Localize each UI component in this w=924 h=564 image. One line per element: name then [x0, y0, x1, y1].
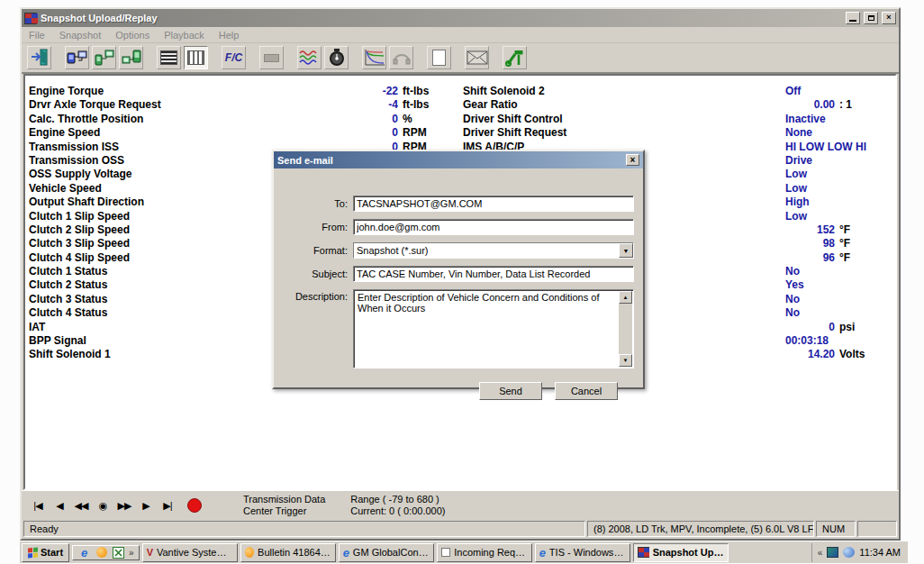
parameter-value-2: 98 — [785, 237, 835, 250]
taskbar-button-bulletin[interactable]: Bulletin 41864 in ... — [240, 543, 336, 562]
parameter-unit-2: °F — [839, 223, 895, 237]
playback-button[interactable]: ◉ — [92, 496, 113, 514]
taskbar-button-vantive[interactable]: V Vantive System -... — [142, 543, 238, 562]
fahrenheit-celsius-icon[interactable]: F/C — [222, 46, 246, 69]
trigger-info-line2: Center Trigger — [243, 505, 325, 517]
subject-input[interactable] — [353, 266, 634, 282]
send-button[interactable]: Send — [479, 382, 542, 400]
parameter-value: -22 — [328, 85, 398, 98]
minimize-button[interactable] — [846, 12, 860, 24]
record-indicator-icon[interactable] — [187, 498, 202, 513]
current-frame-line: Current: 0 ( 0:00.000) — [350, 505, 445, 517]
data-row[interactable]: Drvr Axle Torque Request -4 ft-lbs Gear … — [29, 98, 895, 112]
parameter-unit-2: °F — [839, 251, 895, 265]
from-input[interactable] — [353, 219, 634, 235]
menu-help[interactable]: Help — [219, 30, 240, 41]
format-label: Format: — [277, 245, 353, 256]
to-input[interactable] — [353, 196, 634, 212]
menu-file[interactable]: File — [29, 30, 45, 41]
system-tray: « 11:34 AM — [811, 543, 906, 562]
format-dropdown[interactable]: Snapshot (*.sur) ▼ — [353, 242, 634, 259]
parameter-unit-2 — [839, 293, 895, 306]
dialog-title: Send e-mail — [277, 155, 626, 166]
parameter-value-2: No — [785, 293, 835, 306]
playback-button[interactable]: |◀ — [27, 496, 49, 514]
parameter-label-2: Shift Solenoid 2 — [463, 85, 785, 98]
parameter-value-2: 14.20 — [785, 348, 835, 361]
parameter-value-2: 0 — [785, 321, 835, 334]
close-button[interactable]: × — [882, 12, 896, 24]
restore-button[interactable] — [864, 12, 878, 24]
taskbar-button-incoming-requests[interactable]: Incoming Reques... — [437, 543, 532, 562]
playback-button[interactable]: ◀ — [49, 496, 70, 514]
parameter-unit-2 — [839, 126, 895, 140]
parameter-label-2: Driver Shift Control — [463, 113, 785, 126]
data-list-icon[interactable] — [157, 46, 181, 69]
parameter-value-2: HI LOW LOW HI — [785, 141, 835, 154]
description-textarea[interactable]: Enter Description of Vehicle Concern and… — [355, 291, 620, 367]
format-selected-value: Snapshot (*.sur) — [354, 243, 619, 258]
parameter-value-2: 00:03:18 — [785, 334, 835, 348]
parameter-unit-2 — [839, 196, 895, 209]
tray-chevron[interactable]: « — [818, 548, 823, 558]
exit-icon[interactable] — [27, 46, 51, 69]
parameter-value-2: 152 — [785, 223, 835, 237]
tray-network-icon[interactable] — [827, 547, 838, 558]
parameter-unit-2 — [839, 85, 895, 98]
subject-label: Subject: — [277, 268, 353, 279]
taskbar-button-gm-globalconnect[interactable]: e GM GlobalConnec... — [339, 543, 434, 562]
data-row[interactable]: Engine Torque -22 ft-lbs Shift Solenoid … — [29, 85, 895, 98]
parameter-unit-2 — [839, 334, 895, 348]
menu-playback[interactable]: Playback — [164, 30, 204, 41]
cancel-button[interactable]: Cancel — [555, 382, 618, 400]
dialog-titlebar[interactable]: Send e-mail × — [274, 151, 643, 168]
tools-icon[interactable] — [503, 46, 527, 69]
taskbar-button-snapshot-active[interactable]: Snapshot Uplo... — [633, 543, 729, 562]
tray-messenger-icon[interactable] — [843, 547, 855, 558]
parameter-value-2: Low — [785, 210, 835, 223]
line-chart-icon[interactable] — [362, 46, 386, 69]
gauge-icon[interactable] — [324, 46, 349, 69]
vantive-icon: V — [147, 547, 153, 558]
playback-button[interactable]: ▶| — [157, 496, 178, 514]
window-titlebar[interactable]: Snapshot Upload/Replay × — [22, 9, 899, 27]
parameter-value-2: No — [785, 306, 835, 320]
new-page-icon[interactable] — [427, 46, 451, 69]
playback-button[interactable]: ▶▶ — [113, 496, 135, 514]
playback-button[interactable]: ◀◀ — [70, 496, 92, 514]
parameter-label: Calc. Throttle Position — [29, 113, 328, 126]
bulletin-icon — [245, 547, 254, 558]
quick-launch-overflow-chevron[interactable]: » — [129, 548, 134, 558]
parameter-value: 0 — [328, 113, 398, 126]
scroll-down-icon[interactable]: ▼ — [619, 354, 632, 367]
status-ready: Ready — [23, 521, 585, 537]
quick-launch-bar: e » — [72, 545, 140, 560]
chevron-down-icon[interactable]: ▼ — [619, 243, 633, 258]
menu-bar: File Snapshot Options Playback Help — [22, 27, 899, 43]
menu-options[interactable]: Options — [115, 30, 149, 41]
description-scrollbar[interactable]: ▲ ▼ — [619, 291, 632, 367]
pc-upload-icon[interactable] — [65, 46, 89, 69]
data-row[interactable]: Engine Speed 0 RPM Driver Shift Request … — [29, 126, 895, 140]
playback-button[interactable]: ▶ — [135, 496, 157, 514]
parameter-unit-2 — [839, 141, 895, 154]
status-vehicle-info: (8) 2008, LD Trk, MPV, Incomplete, (5) 6… — [587, 521, 814, 537]
taskbar-button-tis[interactable]: e TIS - Windows In... — [535, 543, 630, 562]
spreadsheet-app-icon[interactable] — [112, 546, 125, 559]
column-view-icon[interactable] — [184, 46, 208, 69]
multi-line-graph-icon[interactable] — [297, 46, 322, 69]
dialog-close-icon[interactable]: × — [626, 154, 639, 166]
start-button[interactable]: Start — [22, 543, 69, 562]
orange-app-icon[interactable] — [95, 546, 108, 559]
internet-explorer-icon[interactable]: e — [77, 546, 91, 559]
device-download-icon[interactable] — [92, 46, 116, 69]
menu-snapshot[interactable]: Snapshot — [59, 30, 101, 41]
parameter-unit-2: °F — [839, 237, 895, 250]
scroll-up-icon[interactable]: ▲ — [619, 291, 632, 304]
parameter-unit-2 — [839, 306, 895, 320]
internet-explorer-icon: e — [343, 547, 349, 559]
email-icon[interactable] — [465, 46, 489, 69]
desktop: Snapshot Upload/Replay × File Snapshot O… — [0, 0, 924, 564]
device-upload-icon[interactable] — [119, 46, 143, 69]
data-row[interactable]: Calc. Throttle Position 0 % Driver Shift… — [29, 113, 895, 126]
